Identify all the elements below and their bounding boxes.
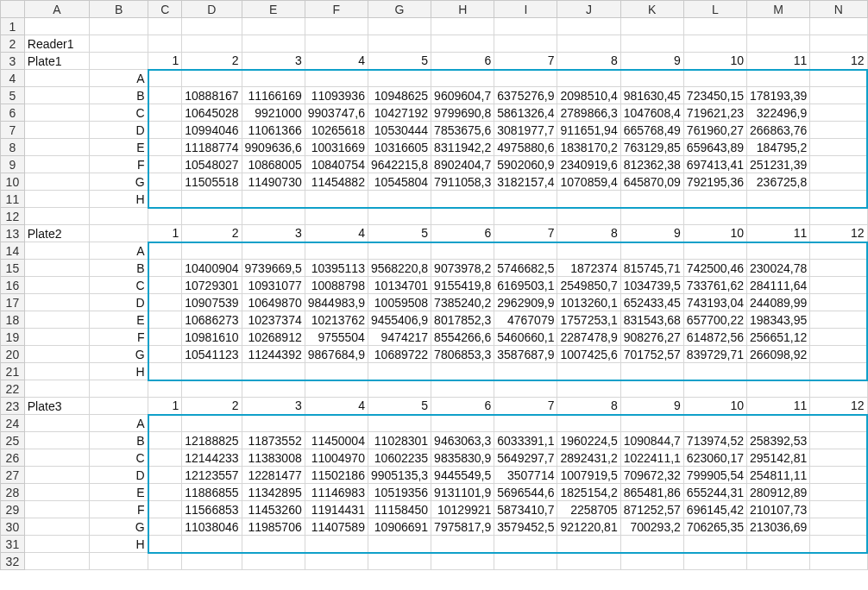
cell-K8[interactable]: 763129,85 bbox=[620, 139, 683, 156]
cell-F3[interactable]: 4 bbox=[305, 53, 368, 70]
cell-M3[interactable]: 11 bbox=[747, 53, 810, 70]
cell-J5[interactable]: 2098510,4 bbox=[557, 87, 620, 104]
cell-L17[interactable]: 743193,04 bbox=[683, 294, 746, 311]
cell-H22[interactable] bbox=[431, 380, 494, 398]
cell-K28[interactable]: 865481,86 bbox=[620, 484, 683, 501]
cell-G2[interactable] bbox=[368, 35, 431, 53]
cell-F30[interactable]: 11407589 bbox=[305, 518, 368, 536]
cell-J18[interactable]: 1757253,1 bbox=[557, 311, 620, 329]
cell-C6[interactable] bbox=[148, 104, 182, 122]
cell-E7[interactable]: 11061366 bbox=[242, 122, 305, 139]
row-header-3[interactable]: 3 bbox=[1, 53, 25, 70]
cell-G3[interactable]: 5 bbox=[368, 53, 431, 70]
row-header-2[interactable]: 2 bbox=[1, 35, 25, 53]
cell-H26[interactable]: 9835830,9 bbox=[431, 449, 494, 467]
cell-N11[interactable] bbox=[810, 191, 867, 208]
cell-I20[interactable]: 3587687,9 bbox=[494, 346, 557, 363]
cell-A8[interactable] bbox=[24, 139, 89, 156]
cell-L31[interactable] bbox=[683, 536, 746, 553]
cell-M16[interactable]: 284111,64 bbox=[747, 277, 810, 294]
cell-A12[interactable] bbox=[24, 208, 89, 225]
cell-F29[interactable]: 11914431 bbox=[305, 501, 368, 518]
cell-B13[interactable] bbox=[90, 225, 148, 242]
cell-D16[interactable]: 10729301 bbox=[182, 277, 242, 294]
cell-K2[interactable] bbox=[620, 35, 683, 53]
cell-I19[interactable]: 5460660,1 bbox=[494, 329, 557, 346]
row-header-10[interactable]: 10 bbox=[1, 173, 25, 191]
cell-K20[interactable]: 701752,57 bbox=[620, 346, 683, 363]
cell-M20[interactable]: 266098,92 bbox=[747, 346, 810, 363]
cell-B1[interactable] bbox=[90, 18, 148, 35]
cell-L14[interactable] bbox=[683, 242, 746, 260]
col-header-J[interactable]: J bbox=[557, 1, 620, 18]
cell-J20[interactable]: 1007425,6 bbox=[557, 346, 620, 363]
cell-D3[interactable]: 2 bbox=[182, 53, 242, 70]
cell-K1[interactable] bbox=[620, 18, 683, 35]
cell-D23[interactable]: 2 bbox=[182, 398, 242, 415]
cell-J22[interactable] bbox=[557, 380, 620, 398]
row-header-8[interactable]: 8 bbox=[1, 139, 25, 156]
cell-N27[interactable] bbox=[810, 467, 867, 484]
cell-F19[interactable]: 9755504 bbox=[305, 329, 368, 346]
cell-L32[interactable] bbox=[683, 553, 746, 570]
row-header-25[interactable]: 25 bbox=[1, 432, 25, 449]
cell-L24[interactable] bbox=[683, 415, 746, 432]
cell-H10[interactable]: 7911058,3 bbox=[431, 173, 494, 191]
cell-B17[interactable]: D bbox=[90, 294, 148, 311]
cell-M1[interactable] bbox=[747, 18, 810, 35]
cell-I16[interactable]: 6169503,1 bbox=[494, 277, 557, 294]
cell-N10[interactable] bbox=[810, 173, 867, 191]
cell-K4[interactable] bbox=[620, 70, 683, 87]
cell-L27[interactable]: 799905,54 bbox=[683, 467, 746, 484]
cell-D17[interactable]: 10907539 bbox=[182, 294, 242, 311]
cell-K3[interactable]: 9 bbox=[620, 53, 683, 70]
cell-E14[interactable] bbox=[242, 242, 305, 260]
cell-K17[interactable]: 652433,45 bbox=[620, 294, 683, 311]
cell-L8[interactable]: 659643,89 bbox=[683, 139, 746, 156]
cell-E31[interactable] bbox=[242, 536, 305, 553]
cell-E24[interactable] bbox=[242, 415, 305, 432]
cell-H19[interactable]: 8554266,6 bbox=[431, 329, 494, 346]
cell-M21[interactable] bbox=[747, 363, 810, 380]
cell-G17[interactable]: 10059508 bbox=[368, 294, 431, 311]
cell-F12[interactable] bbox=[305, 208, 368, 225]
cell-B20[interactable]: G bbox=[90, 346, 148, 363]
cell-D18[interactable]: 10686273 bbox=[182, 311, 242, 329]
cell-L19[interactable]: 614872,56 bbox=[683, 329, 746, 346]
row-header-14[interactable]: 14 bbox=[1, 242, 25, 260]
cell-M7[interactable]: 266863,76 bbox=[747, 122, 810, 139]
cell-B29[interactable]: F bbox=[90, 501, 148, 518]
cell-G31[interactable] bbox=[368, 536, 431, 553]
cell-D11[interactable] bbox=[182, 191, 242, 208]
cell-N14[interactable] bbox=[810, 242, 867, 260]
row-header-30[interactable]: 30 bbox=[1, 518, 25, 536]
cell-F20[interactable]: 9867684,9 bbox=[305, 346, 368, 363]
cell-F11[interactable] bbox=[305, 191, 368, 208]
cell-F6[interactable]: 9903747,6 bbox=[305, 104, 368, 122]
cell-J26[interactable]: 2892431,2 bbox=[557, 449, 620, 467]
cell-D21[interactable] bbox=[182, 363, 242, 380]
cell-C28[interactable] bbox=[148, 484, 182, 501]
cell-A30[interactable] bbox=[24, 518, 89, 536]
cell-D25[interactable]: 12188825 bbox=[182, 432, 242, 449]
row-header-23[interactable]: 23 bbox=[1, 398, 25, 415]
cell-D12[interactable] bbox=[182, 208, 242, 225]
cell-A20[interactable] bbox=[24, 346, 89, 363]
row-header-26[interactable]: 26 bbox=[1, 449, 25, 467]
cell-K5[interactable]: 981630,45 bbox=[620, 87, 683, 104]
cell-J8[interactable]: 1838170,2 bbox=[557, 139, 620, 156]
cell-N4[interactable] bbox=[810, 70, 867, 87]
cell-D8[interactable]: 11188774 bbox=[182, 139, 242, 156]
cell-B3[interactable] bbox=[90, 53, 148, 70]
cell-L20[interactable]: 839729,71 bbox=[683, 346, 746, 363]
cell-C20[interactable] bbox=[148, 346, 182, 363]
cell-N12[interactable] bbox=[810, 208, 867, 225]
cell-C18[interactable] bbox=[148, 311, 182, 329]
cell-A31[interactable] bbox=[24, 536, 89, 553]
cell-M6[interactable]: 322496,9 bbox=[747, 104, 810, 122]
cell-J15[interactable]: 1872374 bbox=[557, 260, 620, 277]
cell-B2[interactable] bbox=[90, 35, 148, 53]
cell-B9[interactable]: F bbox=[90, 156, 148, 173]
cell-H1[interactable] bbox=[431, 18, 494, 35]
col-header-H[interactable]: H bbox=[431, 1, 494, 18]
